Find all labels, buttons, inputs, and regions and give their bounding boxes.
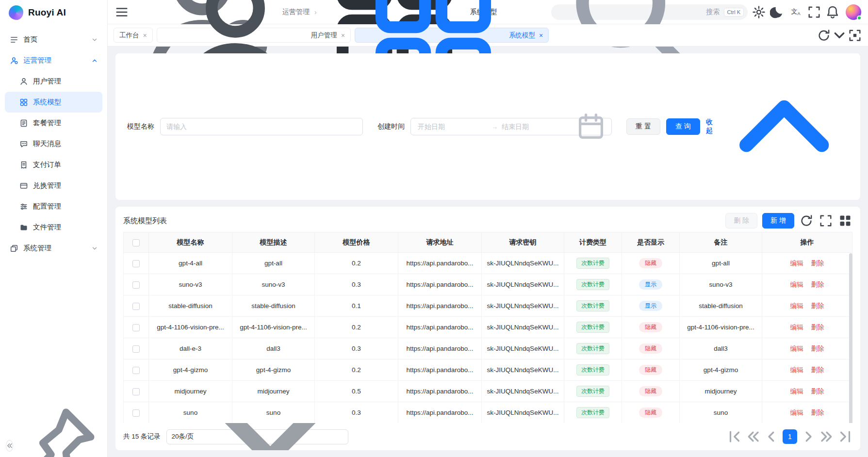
cell-remark: suno <box>680 402 762 423</box>
close-icon[interactable]: × <box>143 32 147 39</box>
delete-link[interactable]: 删除 <box>811 281 824 288</box>
model-name-input[interactable] <box>160 118 363 135</box>
sidebar-item-order[interactable]: 支付订单 <box>5 154 102 175</box>
table-fullscreen-button[interactable] <box>819 213 833 228</box>
sidebar-item-label: 系统模型 <box>33 98 98 107</box>
refresh-icon <box>799 213 814 228</box>
end-date-input[interactable] <box>500 118 573 135</box>
delete-link[interactable]: 删除 <box>811 260 824 267</box>
close-icon[interactable]: × <box>341 32 345 39</box>
sidebar-item-file[interactable]: 文件管理 <box>5 217 102 238</box>
table-refresh-button[interactable] <box>799 213 814 228</box>
row-checkbox[interactable] <box>132 281 140 289</box>
row-checkbox[interactable] <box>132 409 140 417</box>
sidebar-collapse-button[interactable] <box>6 440 13 452</box>
model-icon <box>19 98 28 107</box>
search-button[interactable]: 查 询 <box>666 118 700 135</box>
display-status-tag: 隐藏 <box>639 322 662 332</box>
logo[interactable]: Ruoyi AI <box>0 0 107 25</box>
table-footer: 共 15 条记录 20条/页 1 <box>123 423 852 450</box>
sidebar-group-home[interactable]: 首页 <box>5 29 102 50</box>
edit-link[interactable]: 编辑 <box>790 366 803 374</box>
sidebar-group-system[interactable]: 系统管理 <box>5 238 102 259</box>
dark-mode-toggle[interactable] <box>770 5 785 19</box>
cell-remark: midjourney <box>680 381 762 402</box>
delete-link[interactable]: 删除 <box>811 366 824 374</box>
cell-model-name: stable-diffusion <box>149 295 232 317</box>
cell-request-url: https://api.pandarobo... <box>398 402 482 423</box>
delete-link[interactable]: 删除 <box>811 302 824 310</box>
pagination-next-button[interactable] <box>801 429 816 444</box>
fullscreen-button[interactable] <box>807 5 821 19</box>
edit-link[interactable]: 编辑 <box>790 388 803 395</box>
order-icon <box>19 161 28 169</box>
pin-icon[interactable] <box>13 402 101 457</box>
tab-model[interactable]: 系统模型× <box>355 28 549 43</box>
sidebar-item-config[interactable]: 配置管理 <box>5 196 102 217</box>
row-checkbox[interactable] <box>132 260 140 267</box>
tabbar-refresh-button[interactable] <box>817 28 831 43</box>
cell-request-key: sk-JIUQLNndqSeKWU... <box>482 317 564 338</box>
edit-link[interactable]: 编辑 <box>790 281 803 288</box>
edit-link[interactable]: 编辑 <box>790 260 803 267</box>
edit-link[interactable]: 编辑 <box>790 324 803 331</box>
package-icon <box>19 119 28 128</box>
collapse-filter-link[interactable]: 收起 <box>706 62 849 191</box>
sidebar-item-label: 配置管理 <box>33 202 98 211</box>
delete-link[interactable]: 删除 <box>811 324 824 331</box>
create-time-label: 创建时间 <box>377 122 405 131</box>
delete-link[interactable]: 删除 <box>811 409 824 416</box>
tabbar-menu-button[interactable] <box>832 28 847 43</box>
pagination-last-button[interactable] <box>838 429 852 444</box>
edit-link[interactable]: 编辑 <box>790 302 803 310</box>
topbar-actions: 搜索 Ctrl K 文A <box>551 4 862 20</box>
sidebar-item-label: 用户管理 <box>33 77 98 86</box>
translate-icon: 文A <box>791 8 800 16</box>
sidebar-item-redeem[interactable]: 兑换管理 <box>5 175 102 196</box>
sidebar-group-operation[interactable]: 运营管理 <box>5 50 102 71</box>
chevron-right-icon <box>801 429 816 444</box>
table-scrollbar[interactable] <box>849 253 852 423</box>
notifications-button[interactable] <box>825 5 840 19</box>
sidebar-item-user[interactable]: 用户管理 <box>5 71 102 92</box>
sidebar-item-chat[interactable]: 聊天消息 <box>5 133 102 154</box>
start-date-input[interactable] <box>416 118 490 135</box>
pagination-fast-prev-button[interactable] <box>746 429 760 444</box>
reset-button[interactable]: 重 置 <box>626 118 660 135</box>
chevron-up-icon <box>720 62 849 191</box>
avatar[interactable] <box>846 4 861 20</box>
cell-model-price: 0.2 <box>315 317 398 338</box>
settings-gear-button[interactable] <box>752 5 766 19</box>
delete-link[interactable]: 删除 <box>811 388 824 395</box>
row-checkbox[interactable] <box>132 303 140 310</box>
select-all-checkbox[interactable] <box>132 239 140 246</box>
pagination-fast-next-button[interactable] <box>819 429 834 444</box>
delete-link[interactable]: 删除 <box>811 345 824 352</box>
row-checkbox[interactable] <box>132 324 140 331</box>
hamburger-menu-button[interactable] <box>115 5 129 19</box>
row-checkbox[interactable] <box>132 345 140 353</box>
tab-user[interactable]: 用户管理× <box>157 28 351 43</box>
column-settings-button[interactable] <box>838 213 852 228</box>
row-checkbox[interactable] <box>132 388 140 395</box>
date-range-picker[interactable]: → <box>410 118 612 135</box>
edit-link[interactable]: 编辑 <box>790 345 803 352</box>
global-search[interactable]: 搜索 Ctrl K <box>551 4 748 20</box>
sidebar-item-model[interactable]: 系统模型 <box>5 92 102 113</box>
pagination-first-button[interactable] <box>727 429 742 444</box>
add-button[interactable]: 新 增 <box>762 213 794 228</box>
language-toggle[interactable]: 文A <box>788 5 803 19</box>
pagination: 1 <box>727 429 852 444</box>
cell-model-price: 0.3 <box>315 402 398 423</box>
pagination-page-1[interactable]: 1 <box>783 429 797 444</box>
tab-workbench[interactable]: 工作台× <box>114 28 153 43</box>
sidebar-item-package[interactable]: 套餐管理 <box>5 113 102 133</box>
page-size-select[interactable]: 20条/页 <box>166 429 349 444</box>
pagination-prev-button[interactable] <box>764 429 779 444</box>
record-count: 共 15 条记录 <box>123 432 161 441</box>
close-icon[interactable]: × <box>539 32 543 39</box>
delete-button[interactable]: 删 除 <box>725 213 757 228</box>
row-checkbox[interactable] <box>132 367 140 374</box>
tabbar-layout-button[interactable] <box>848 28 862 43</box>
edit-link[interactable]: 编辑 <box>790 409 803 416</box>
